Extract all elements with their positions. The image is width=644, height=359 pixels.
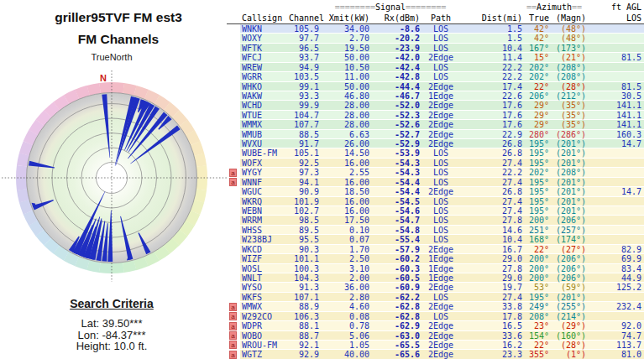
cell-xmit: 2.00 bbox=[319, 273, 369, 283]
cell-path: 2Edge bbox=[420, 245, 462, 254]
cell-magn: (201°) bbox=[549, 139, 586, 148]
cell-xmit: 19.50 bbox=[319, 44, 369, 53]
flag-cell bbox=[227, 63, 240, 72]
cell-xmit: 18.50 bbox=[319, 187, 369, 196]
cell-call: WMMX bbox=[240, 120, 289, 129]
cell-call: WAKW bbox=[240, 91, 289, 101]
flag-cell bbox=[227, 197, 240, 206]
cell-rx: -60.5 bbox=[369, 273, 420, 283]
cell-agl: 141.1 bbox=[586, 101, 644, 110]
cell-path: 2Edge bbox=[420, 53, 462, 62]
cell-rx: -62.9 bbox=[369, 321, 420, 330]
cell-dist: 17.4 bbox=[462, 82, 522, 91]
cell-magn: (28°) bbox=[549, 341, 586, 350]
cell-chan: 107.7 bbox=[289, 120, 319, 129]
cell-true: 154° bbox=[522, 331, 549, 341]
north-marker: N bbox=[100, 73, 107, 83]
flag-cell: a bbox=[227, 341, 240, 350]
cell-dist: 14.6 bbox=[462, 226, 522, 235]
cell-true: 195° bbox=[522, 139, 549, 148]
cell-agl: 81.5 bbox=[586, 82, 644, 91]
search-criteria-heading: Search Criteria bbox=[0, 297, 223, 310]
cell-magn: (201°) bbox=[549, 187, 586, 196]
cell-path: 2Edge bbox=[420, 321, 462, 330]
flag-cell bbox=[227, 101, 240, 110]
signal-group-header: ========Signal======== bbox=[319, 3, 462, 12]
ring-sector bbox=[112, 263, 124, 273]
cell-path: 2Edge bbox=[420, 302, 462, 311]
table-row: WGUC90.918.50-54.42Edge26.8195°(201°)14.… bbox=[227, 187, 644, 196]
cell-xmit: 1.05 bbox=[319, 341, 369, 350]
flag-cell bbox=[227, 130, 240, 139]
cell-true: 53° bbox=[522, 283, 549, 292]
cell-xmit: 36.00 bbox=[319, 283, 369, 292]
cell-true: 202° bbox=[522, 72, 549, 81]
cell-true: 200° bbox=[522, 216, 549, 225]
cell-true: 355° bbox=[522, 350, 549, 359]
cell-magn: (201°) bbox=[549, 178, 586, 187]
cell-magn: (48°) bbox=[549, 24, 586, 34]
page-title: griller95TVF FM est3 bbox=[0, 10, 237, 25]
cell-true: 29° bbox=[522, 111, 549, 120]
cell-call: W292CO bbox=[240, 312, 289, 321]
flag-cell bbox=[227, 120, 240, 129]
cell-agl: 69.9 bbox=[586, 254, 644, 263]
cell-dist: 26.8 bbox=[462, 139, 522, 148]
cell-chan: 93.7 bbox=[289, 53, 319, 62]
azimuth-group-header: ==Azimuth== bbox=[522, 3, 586, 12]
cell-call: WOSL bbox=[240, 264, 289, 273]
flag-cell: a bbox=[227, 168, 240, 177]
cell-xmit: 0.10 bbox=[319, 226, 369, 235]
cell-chan: 98.5 bbox=[289, 216, 319, 225]
cell-magn: (21°) bbox=[549, 53, 586, 62]
cell-path: LOS bbox=[420, 226, 462, 235]
cell-magn: (206°) bbox=[549, 273, 586, 283]
cell-call: WKRQ bbox=[240, 197, 289, 206]
cell-xmit: 16.00 bbox=[319, 206, 369, 216]
cell-path: 2Edge bbox=[420, 187, 462, 196]
cell-xmit: 17.50 bbox=[319, 216, 369, 225]
flag-cell bbox=[227, 216, 240, 225]
cell-xmit: 1.70 bbox=[319, 245, 369, 254]
flag-cell: a bbox=[227, 312, 240, 321]
cell-true: 167° bbox=[522, 44, 549, 53]
cell-rx: -54.4 bbox=[369, 178, 420, 187]
cell-path: 1Edge bbox=[420, 91, 462, 101]
cell-magn: (201°) bbox=[549, 293, 586, 302]
cell-true: 168° bbox=[522, 235, 549, 244]
flag-badge: a bbox=[229, 322, 237, 330]
cell-magn: (28°) bbox=[549, 82, 586, 91]
cell-dist: 1.5 bbox=[462, 24, 522, 34]
cell-rx: -52.7 bbox=[369, 130, 420, 139]
cell-magn: (1°) bbox=[549, 350, 586, 359]
cell-magn: (201°) bbox=[549, 206, 586, 216]
cell-rx: -63.0 bbox=[369, 331, 420, 341]
cell-magn: (201°) bbox=[549, 197, 586, 206]
cell-dist: 22.2 bbox=[462, 72, 522, 81]
flag-cell bbox=[227, 235, 240, 244]
cell-agl: 141.1 bbox=[586, 120, 644, 129]
cell-chan: 101.9 bbox=[289, 197, 319, 206]
cell-call: WNKN bbox=[240, 24, 289, 34]
ring-sector bbox=[16, 165, 27, 178]
cell-path: 1Edge bbox=[420, 254, 462, 263]
cell-path: LOS bbox=[420, 178, 462, 187]
cell-magn: (208°) bbox=[549, 63, 586, 72]
cell-call: WMUB bbox=[240, 130, 289, 139]
cell-true: 29° bbox=[522, 120, 549, 129]
cell-xmit: 5.06 bbox=[319, 331, 369, 341]
cell-rx: -52.6 bbox=[369, 120, 420, 129]
cell-call: WOBO bbox=[240, 331, 289, 341]
cell-dist: 16.7 bbox=[462, 245, 522, 254]
cell-magn: (35°) bbox=[549, 101, 586, 110]
cell-true: 22° bbox=[522, 82, 549, 91]
flag-cell: a bbox=[227, 331, 240, 341]
left-panel: griller95TVF FM est3 FM Channels TrueNor… bbox=[0, 0, 237, 359]
cell-chan: 97.7 bbox=[289, 34, 319, 43]
flag-badge: a bbox=[229, 312, 237, 320]
cell-call: WFTK bbox=[240, 44, 289, 53]
cell-agl: 81.0 bbox=[586, 350, 644, 359]
cell-xmit: 50.00 bbox=[319, 53, 369, 62]
table-row: aWGTZ92.940.00-65.62Edge23.3355°(1°)81.0 bbox=[227, 350, 644, 359]
cell-dist: 27.8 bbox=[462, 264, 522, 273]
